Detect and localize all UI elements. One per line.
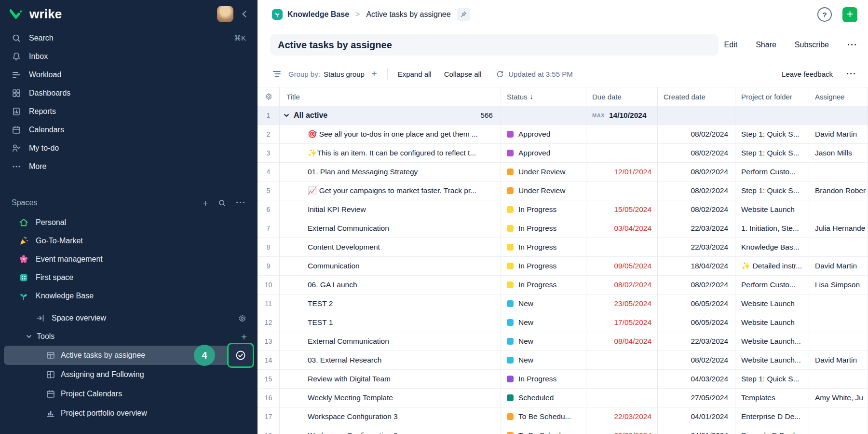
table-row[interactable]: 18 Workspace Configuration 3 To Be Sched… xyxy=(258,426,868,434)
add-group-by-icon[interactable]: + xyxy=(371,69,377,79)
table-row[interactable]: 3 ✨This is an item. It can be configured… xyxy=(258,144,868,163)
add-space-icon[interactable]: + xyxy=(203,198,208,208)
collapse-all-button[interactable]: Collapse all xyxy=(444,70,482,78)
column-header-project[interactable]: Project or folder xyxy=(735,87,809,106)
spaces-search-icon[interactable] xyxy=(218,199,226,207)
assignee[interactable]: Jason Mills xyxy=(809,144,868,162)
sidebar-item-project-calendars[interactable]: Project Calendars xyxy=(4,384,254,404)
project-folder[interactable]: 1. Initiation, Ste... xyxy=(735,219,809,238)
table-row[interactable]: 5 📈 Get your campaigns to market faster.… xyxy=(258,182,868,200)
assignee[interactable]: Brandon Rober xyxy=(809,182,868,200)
task-title[interactable]: 03. External Research xyxy=(280,351,501,369)
sidebar-item-space-overview[interactable]: Space overview xyxy=(0,309,258,327)
subscribe-button[interactable]: Subscribe xyxy=(795,41,829,49)
group-by-value[interactable]: Status group xyxy=(324,70,365,78)
due-date[interactable] xyxy=(586,351,658,369)
page-title-input[interactable]: Active tasks by assignee xyxy=(270,34,719,56)
project-folder[interactable]: Step 1: Quick S... xyxy=(735,125,809,143)
group-row-all-active[interactable]: 1 All active 566 MAX 14/10/2024 xyxy=(258,106,868,125)
project-folder[interactable]: Website Launch xyxy=(735,313,809,332)
spaces-more-icon[interactable]: ··· xyxy=(236,198,246,207)
assignee[interactable] xyxy=(809,426,868,434)
status-cell[interactable]: New xyxy=(501,351,586,369)
due-date[interactable] xyxy=(586,389,658,407)
assignee[interactable]: Julia Hernande xyxy=(809,219,868,238)
table-row[interactable]: 12 TEST 1 New 17/05/2024 06/05/2024 Webs… xyxy=(258,313,868,332)
due-date[interactable]: 23/05/2024 xyxy=(586,294,658,313)
nav-item-search[interactable]: Search ⌘K xyxy=(0,29,258,47)
assignee[interactable] xyxy=(809,313,868,332)
sidebar-collapse-button[interactable] xyxy=(240,10,249,18)
nav-item-inbox[interactable]: Inbox xyxy=(0,47,258,66)
task-title[interactable]: Content Development xyxy=(280,238,501,256)
project-folder[interactable]: Website Launch xyxy=(735,294,809,313)
sidebar-section-tools[interactable]: Tools + xyxy=(0,327,258,346)
due-date[interactable] xyxy=(586,238,658,256)
status-cell[interactable]: In Progress xyxy=(501,238,586,256)
table-row[interactable]: 16 Weekly Meeting Template Scheduled 27/… xyxy=(258,389,868,407)
status-cell[interactable]: Approved xyxy=(501,144,586,162)
assignee[interactable] xyxy=(809,294,868,313)
status-cell[interactable]: Under Review xyxy=(501,163,586,181)
table-row[interactable]: 9 Communication In Progress 09/05/2024 1… xyxy=(258,257,868,276)
task-title[interactable]: Workspace Configuration 3 xyxy=(280,407,501,426)
table-row[interactable]: 17 Workspace Configuration 3 To Be Sched… xyxy=(258,407,868,426)
tour-complete-button[interactable] xyxy=(227,343,254,368)
project-folder[interactable]: Step 1: Quick S... xyxy=(735,144,809,162)
status-cell[interactable]: New xyxy=(501,332,586,350)
task-title[interactable]: TEST 2 xyxy=(280,294,501,313)
column-header-title[interactable]: Title xyxy=(280,87,501,106)
project-folder[interactable]: Pinnacle D Depl... xyxy=(735,426,809,434)
project-folder[interactable]: Website Launch... xyxy=(735,351,809,369)
assignee[interactable]: David Martin xyxy=(809,257,868,275)
assignee[interactable]: David Martin xyxy=(809,351,868,369)
status-cell[interactable]: New xyxy=(501,294,586,313)
assignee[interactable]: David Martin xyxy=(809,125,868,143)
due-date[interactable]: 08/02/2024 xyxy=(586,276,658,294)
assignee[interactable] xyxy=(809,407,868,426)
edit-button[interactable]: Edit xyxy=(724,41,738,49)
help-button[interactable]: ? xyxy=(817,7,832,22)
nav-item-dashboards[interactable]: Dashboards xyxy=(0,84,258,102)
column-header-due-date[interactable]: Due date xyxy=(586,87,658,106)
due-date[interactable]: 09/05/2024 xyxy=(586,257,658,275)
column-header-created-date[interactable]: Created date xyxy=(658,87,735,106)
space-item-knowledge-base[interactable]: Knowledge Base xyxy=(0,287,258,305)
project-folder[interactable]: Perform Custo... xyxy=(735,276,809,294)
project-folder[interactable]: Website Launch xyxy=(735,200,809,219)
table-row[interactable]: 7 External Communication In Progress 03/… xyxy=(258,219,868,238)
due-date[interactable]: 08/04/2024 xyxy=(586,332,658,350)
assignee[interactable] xyxy=(809,200,868,219)
task-title[interactable]: 06. GA Launch xyxy=(280,276,501,294)
title-more-icon[interactable]: ··· xyxy=(847,41,857,49)
space-item-go-to-market[interactable]: Go-To-Market xyxy=(0,232,258,250)
space-item-personal[interactable]: Personal xyxy=(0,213,258,232)
due-date[interactable] xyxy=(586,182,658,200)
toolbar-more-icon[interactable]: ··· xyxy=(846,70,856,78)
due-date[interactable] xyxy=(586,370,658,388)
status-cell[interactable]: To Be Schedu... xyxy=(501,426,586,434)
due-date[interactable]: 15/05/2024 xyxy=(586,200,658,219)
table-row[interactable]: 11 TEST 2 New 23/05/2024 06/05/2024 Webs… xyxy=(258,294,868,313)
task-title[interactable]: External Communication xyxy=(280,332,501,350)
task-title[interactable]: Weekly Meeting Template xyxy=(280,389,501,407)
task-title[interactable]: Initial KPI Review xyxy=(280,200,501,219)
assignee[interactable] xyxy=(809,370,868,388)
space-item-first-space[interactable]: First space xyxy=(0,268,258,287)
status-cell[interactable]: In Progress xyxy=(501,370,586,388)
assignee[interactable] xyxy=(809,238,868,256)
assignee[interactable] xyxy=(809,163,868,181)
nav-item-reports[interactable]: Reports xyxy=(0,102,258,121)
expand-all-button[interactable]: Expand all xyxy=(398,70,432,78)
due-date[interactable]: 03/04/2024 xyxy=(586,219,658,238)
due-date[interactable] xyxy=(586,144,658,162)
status-cell[interactable]: In Progress xyxy=(501,200,586,219)
due-date[interactable]: 17/05/2024 xyxy=(586,313,658,332)
table-row[interactable]: 10 06. GA Launch In Progress 08/02/2024 … xyxy=(258,276,868,294)
task-title[interactable]: 📈 Get your campaigns to market faster. T… xyxy=(280,182,501,200)
nav-item-calendars[interactable]: Calendars xyxy=(0,121,258,139)
pin-button[interactable] xyxy=(457,8,470,21)
table-row[interactable]: 6 Initial KPI Review In Progress 15/05/2… xyxy=(258,200,868,219)
status-cell[interactable]: Scheduled xyxy=(501,389,586,407)
column-header-assignee[interactable]: Assignee xyxy=(809,87,868,106)
